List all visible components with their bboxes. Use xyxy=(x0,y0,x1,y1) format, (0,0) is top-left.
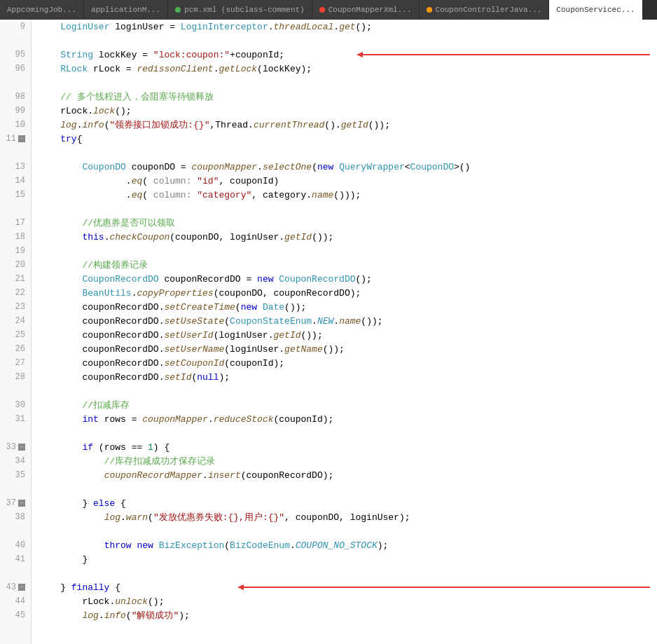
code-line-20: //构建领券记录 xyxy=(32,258,657,272)
tab-bar: AppcomingJob... applicationM... pcm.xml … xyxy=(0,0,657,20)
code-line-34: //库存扣减成功才保存记录 xyxy=(32,454,657,468)
fold-33[interactable]: - xyxy=(18,444,25,451)
ln-24: 24 xyxy=(6,314,25,328)
code-line-28: couponRecordDO.setId(null); xyxy=(32,370,657,384)
tab-pcmxml[interactable]: pcm.xml (subclass-comment) xyxy=(168,0,312,20)
line-numbers: 9 95 96 98 99 10 11- 13 14 15 17 18 19 2… xyxy=(0,20,32,644)
ln-98: 98 xyxy=(6,90,25,104)
svg-marker-3 xyxy=(237,584,244,590)
code-line-95: String lockKey = "lock:coupon:"+couponId… xyxy=(32,48,657,62)
code-line-25: couponRecordDO.setUserId(loginUser.getId… xyxy=(32,328,657,342)
code-line-21: CouponRecordDO couponRecordDO = new Coup… xyxy=(32,272,657,286)
code-line-27: couponRecordDO.setCouponId(couponId); xyxy=(32,356,657,370)
code-content: LoginUser loginUser = LoginInterceptor.t… xyxy=(32,20,657,644)
ln-blank4 xyxy=(6,202,25,216)
code-line-15: .eq( column: "category", category.name()… xyxy=(32,188,657,202)
code-line-13: CouponDO couponDO = couponMapper.selectO… xyxy=(32,160,657,174)
code-line-10: log.info("领券接口加锁成功:{}",Thread.currentThr… xyxy=(32,118,657,132)
code-line-98: // 多个线程进入，会阻塞等待锁释放 xyxy=(32,90,657,104)
tab-couponmapper-label: CouponMapperXml... xyxy=(328,6,412,14)
ln-37: 37- xyxy=(6,496,25,510)
code-line-24: couponRecordDO.setUseState(CouponStateEn… xyxy=(32,314,657,328)
tab-application-label: applicationM... xyxy=(91,6,160,14)
tab-couponservice[interactable]: CouponServicec... xyxy=(549,0,642,20)
ln-blank7 xyxy=(6,482,25,496)
code-line-blank7 xyxy=(32,482,657,496)
code-line-9: LoginUser loginUser = LoginInterceptor.t… xyxy=(32,20,657,34)
tab-couponmapper[interactable]: CouponMapperXml... xyxy=(312,0,420,20)
code-line-11: try{ xyxy=(32,132,657,146)
ln-blank9 xyxy=(6,566,25,580)
tab-appcoming[interactable]: AppcomingJob... xyxy=(0,0,84,20)
ln-23: 23 xyxy=(6,300,25,314)
ln-blank5 xyxy=(6,384,25,398)
code-line-22: BeanUtils.copyProperties(couponDO, coupo… xyxy=(32,286,657,300)
ln-25: 25 xyxy=(6,328,25,342)
code-line-23: couponRecordDO.setCreateTime(new Date())… xyxy=(32,300,657,314)
ln-19: 19 xyxy=(6,244,25,258)
code-line-45: log.info("解锁成功"); xyxy=(32,608,657,622)
ln-34: 34 xyxy=(6,454,25,468)
ln-99: 99 xyxy=(6,104,25,118)
fold-37[interactable]: - xyxy=(18,500,25,507)
ln-17: 17 xyxy=(6,216,25,230)
ln-31: 31 xyxy=(6,412,25,426)
code-line-19 xyxy=(32,244,657,258)
code-lines: LoginUser loginUser = LoginInterceptor.t… xyxy=(32,20,657,622)
tab-couponcontroller-label: CouponControllerJava... xyxy=(436,6,542,14)
ln-10: 10 xyxy=(6,118,25,132)
ln-22: 22 xyxy=(6,286,25,300)
tab-couponmapper-dot xyxy=(319,7,325,13)
fold-43[interactable]: - xyxy=(18,584,25,591)
ln-blank1 xyxy=(6,34,25,48)
editor-container: AppcomingJob... applicationM... pcm.xml … xyxy=(0,0,657,644)
ln-26: 26 xyxy=(6,342,25,356)
ln-11: 11- xyxy=(6,132,25,146)
tab-couponcontroller-dot xyxy=(427,7,432,13)
arrow-line-43 xyxy=(237,582,657,592)
fold-11[interactable]: - xyxy=(18,135,25,142)
tab-pcmxml-label: pcm.xml (subclass-comment) xyxy=(184,6,305,14)
code-line-blank1 xyxy=(32,34,657,48)
svg-marker-1 xyxy=(357,52,363,57)
code-line-40: throw new BizException(BizCodeEnum.COUPO… xyxy=(32,538,657,552)
code-line-30: //扣减库存 xyxy=(32,398,657,412)
tab-application[interactable]: applicationM... xyxy=(84,0,168,20)
ln-27: 27 xyxy=(6,356,25,370)
ln-38: 38 xyxy=(6,510,25,524)
code-line-18: this.checkCoupon(couponDO, loginUser.get… xyxy=(32,230,657,244)
ln-blank8 xyxy=(6,524,25,538)
tab-couponservice-label: CouponServicec... xyxy=(556,6,635,14)
code-line-blank5 xyxy=(32,384,657,398)
ln-95: 95 xyxy=(6,48,25,62)
code-line-31: int rows = couponMapper.reduceStock(coup… xyxy=(32,412,657,426)
ln-41: 41 xyxy=(6,552,25,566)
ln-blank3 xyxy=(6,146,25,160)
ln-14: 14 xyxy=(6,174,25,188)
ln-96: 96 xyxy=(6,62,25,76)
ln-blank2 xyxy=(6,76,25,90)
ln-18: 18 xyxy=(6,230,25,244)
code-line-96: RLock rLock = redissonClient.getLock(loc… xyxy=(32,62,657,76)
ln-20: 20 xyxy=(6,258,25,272)
ln-30: 30 xyxy=(6,398,25,412)
ln-28: 28 xyxy=(6,370,25,384)
code-line-38: log.warn("发放优惠券失败:{},用户:{}", couponDO, l… xyxy=(32,510,657,524)
code-line-blank2 xyxy=(32,76,657,90)
code-line-37: } else { xyxy=(32,496,657,510)
code-line-blank4 xyxy=(32,202,657,216)
code-line-33: if (rows == 1) { xyxy=(32,440,657,454)
code-line-blank8 xyxy=(32,524,657,538)
tab-couponcontroller[interactable]: CouponControllerJava... xyxy=(420,0,550,20)
ln-45: 45 xyxy=(6,608,25,622)
code-line-blank3 xyxy=(32,146,657,160)
code-line-41: } xyxy=(32,552,657,566)
ln-33: 33- xyxy=(6,440,25,454)
code-line-35: couponRecordMapper.insert(couponRecordDO… xyxy=(32,468,657,482)
ln-44: 44 xyxy=(6,594,25,608)
code-line-99: rLock.lock(); xyxy=(32,104,657,118)
ln-9: 9 xyxy=(6,20,25,34)
code-line-17: //优惠券是否可以领取 xyxy=(32,216,657,230)
code-line-26: couponRecordDO.setUserName(loginUser.get… xyxy=(32,342,657,356)
tab-appcoming-label: AppcomingJob... xyxy=(7,6,76,14)
